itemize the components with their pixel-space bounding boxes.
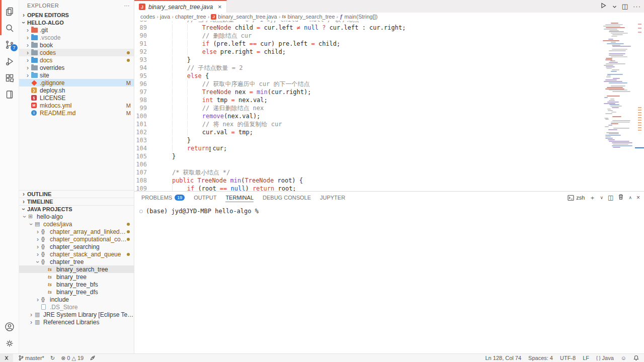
tree-item-.git[interactable]: ›.git xyxy=(19,26,134,34)
chevron-right-icon[interactable]: › xyxy=(24,27,31,34)
breadcrumb-java[interactable]: java xyxy=(160,14,170,20)
tree-item-include[interactable]: ›{}include xyxy=(19,296,134,303)
indentation-status[interactable]: Spaces: 4 xyxy=(528,355,553,361)
tree-item-binary_search_tree[interactable]: tsbinary_search_tree xyxy=(19,265,134,273)
chevron-right-icon[interactable]: › xyxy=(34,236,41,243)
tree-item-chapter_stack_and_queue[interactable]: ›{}chapter_stack_and_queue xyxy=(19,250,134,258)
tree-item-.gitignore[interactable]: .gitignoreM xyxy=(19,79,134,86)
code-line[interactable]: 89 TreeNode child = cur.left ≠ null ? cu… xyxy=(134,24,644,32)
chevron-right-icon[interactable]: › xyxy=(24,72,31,79)
code-line[interactable]: 94 // 子结点数量 = 2 xyxy=(134,64,644,72)
tab-problems[interactable]: PROBLEMS 19 xyxy=(141,192,185,204)
code-line[interactable]: 108 public TreeNode min(TreeNode root) { xyxy=(134,176,644,185)
encoding-status[interactable]: UTF-8 xyxy=(560,355,576,361)
shell-selector[interactable]: zsh xyxy=(568,195,585,201)
new-terminal-icon[interactable]: ＋ xyxy=(589,194,595,202)
search-icon[interactable] xyxy=(0,20,19,36)
maximize-panel-chevron-icon[interactable]: ∧ xyxy=(628,195,632,200)
root-folder-section[interactable]: › HELLO-ALGO xyxy=(19,19,134,26)
breadcrumb-chapter-tree[interactable]: chapter_tree xyxy=(175,14,206,20)
tree-item-codesjava[interactable]: ›▤codes/java xyxy=(19,220,134,228)
tree-item-.vscode[interactable]: ›.vscode xyxy=(19,34,134,41)
extensions-icon[interactable] xyxy=(0,69,19,86)
tree-item-binary_tree_bfs[interactable]: tsbinary_tree_bfs xyxy=(19,281,134,288)
code-line[interactable]: 90 // 删除结点 cur xyxy=(134,32,644,40)
code-line[interactable]: 103 } xyxy=(134,136,644,144)
chevron-down-icon[interactable]: › xyxy=(28,221,35,228)
tree-item-docs[interactable]: ›docs xyxy=(19,56,134,64)
tab-output[interactable]: OUTPUT xyxy=(194,192,216,204)
sync-icon[interactable]: ↻ xyxy=(50,355,55,361)
split-terminal-icon[interactable]: ◫ xyxy=(608,194,613,201)
tree-item-hello-algo[interactable]: ›⊞hello-algo xyxy=(19,213,134,220)
code-line[interactable]: 102 cur.val = tmp; xyxy=(134,128,644,136)
cursor-position-status[interactable]: Ln 128, Col 74 xyxy=(486,355,522,361)
split-editor-icon[interactable]: ◫ xyxy=(622,3,628,10)
code-line[interactable]: 100 remove(nex.val); xyxy=(134,112,644,120)
tree-item-deploy.sh[interactable]: ❯deploy.sh xyxy=(19,86,134,94)
tab-jupyter[interactable]: JUPYTER xyxy=(320,192,345,204)
code-line[interactable]: 106 xyxy=(134,160,644,168)
chevron-right-icon[interactable]: › xyxy=(24,42,31,49)
tree-item-chapter_array_and_linkedlist[interactable]: ›{}chapter_array_and_linkedlist xyxy=(19,228,134,235)
terminal-dropdown-chevron-icon[interactable]: ∨ xyxy=(600,195,603,200)
tree-item-binary_tree[interactable]: tsbinary_tree xyxy=(19,273,134,281)
close-icon[interactable]: × xyxy=(218,3,222,11)
code-line[interactable]: 97 TreeNode nex = min(cur.right); xyxy=(134,88,644,96)
tree-item-chapter_searching[interactable]: ›{}chapter_searching xyxy=(19,243,134,250)
breadcrumb-class[interactable]: binary_search_tree xyxy=(287,14,335,20)
tree-item-binary_tree_dfs[interactable]: tsbinary_tree_dfs xyxy=(19,288,134,296)
tree-item-codes[interactable]: ›codes xyxy=(19,49,134,56)
tree-item-site[interactable]: ›site xyxy=(19,71,134,79)
code-line[interactable]: 96 // 获取中序遍历中 cur 的下一个结点 xyxy=(134,80,644,88)
code-line[interactable]: 91 if (pre.left == cur) pre.left = child… xyxy=(134,40,644,48)
code-line[interactable]: 101 // 将 nex 的值复制给 cur xyxy=(134,120,644,128)
tree-item-referencedlibraries[interactable]: ›▥Referenced Libraries xyxy=(19,318,134,326)
kill-terminal-trash-icon[interactable] xyxy=(618,194,624,202)
code-line[interactable]: 95 else { xyxy=(134,72,644,80)
notifications-bell-icon[interactable] xyxy=(633,355,639,361)
breadcrumb-method[interactable]: main(String[]) xyxy=(344,14,377,20)
terminal-content[interactable]: (base) jyd@JYD-MBP hello-algo % xyxy=(134,204,644,215)
source-control-icon[interactable]: 7 xyxy=(0,36,19,53)
run-and-debug-icon[interactable] xyxy=(0,53,19,69)
code-line[interactable]: 98 int tmp = nex.val; xyxy=(134,96,644,104)
chevron-down-icon[interactable]: › xyxy=(34,258,41,265)
account-icon[interactable] xyxy=(0,318,19,335)
language-mode-status[interactable]: { } Java xyxy=(596,355,614,361)
breadcrumb-codes[interactable]: codes xyxy=(140,14,155,20)
close-panel-icon[interactable]: × xyxy=(636,194,640,201)
tab-terminal[interactable]: TERMINAL xyxy=(225,192,254,204)
chevron-right-icon[interactable]: › xyxy=(24,57,31,64)
minimap[interactable] xyxy=(602,22,635,190)
settings-gear-icon[interactable] xyxy=(0,335,19,351)
editor-more-actions-icon[interactable]: ··· xyxy=(633,3,641,10)
tree-item-.ds_store[interactable]: .DS_Store xyxy=(19,303,134,311)
chevron-right-icon[interactable]: › xyxy=(24,64,31,71)
tree-item-overrides[interactable]: ›overrides xyxy=(19,64,134,71)
outline-section[interactable]: › OUTLINE xyxy=(19,190,134,198)
chevron-right-icon[interactable]: › xyxy=(34,243,41,250)
explorer-icon[interactable] xyxy=(0,3,19,20)
tree-item-readme.md[interactable]: iREADME.mdM xyxy=(19,109,134,117)
tree-item-chapter_tree[interactable]: ›{}chapter_tree xyxy=(19,258,134,265)
code-line[interactable]: 107 /* 获取最小结点 */ xyxy=(134,168,644,176)
code-editor[interactable]: 88 // 当子结点数量 = 0 / 1 时, child = null / 该… xyxy=(134,21,644,191)
java-projects-section[interactable]: › JAVA PROJECTS xyxy=(19,205,134,213)
code-line[interactable]: 93 } xyxy=(134,56,644,64)
tree-item-chapter_computational_complexity[interactable]: ›{}chapter_computational_complexity xyxy=(19,235,134,243)
timeline-section[interactable]: › TIMELINE xyxy=(19,198,134,205)
git-branch-status[interactable]: master* xyxy=(18,355,44,361)
chevron-right-icon[interactable]: › xyxy=(34,228,41,235)
notebook-icon[interactable] xyxy=(0,86,19,103)
remote-indicator[interactable] xyxy=(0,354,13,362)
tree-item-jresystemlibraryeclipsetemurin1717...[interactable]: ›▥JRE System Library [Eclipse Temurin 17… xyxy=(19,311,134,318)
chevron-right-icon[interactable]: › xyxy=(34,251,41,258)
code-line[interactable]: 109 if (root == null) return root; xyxy=(134,185,644,191)
feedback-smiley-icon[interactable]: ☺ xyxy=(621,355,626,361)
tree-item-license[interactable]: §LICENSE xyxy=(19,94,134,102)
chevron-right-icon[interactable]: › xyxy=(24,49,31,56)
chevron-right-icon[interactable]: › xyxy=(24,34,31,41)
run-dropdown-chevron-icon[interactable] xyxy=(612,2,617,11)
chevron-right-icon[interactable]: › xyxy=(28,319,35,326)
